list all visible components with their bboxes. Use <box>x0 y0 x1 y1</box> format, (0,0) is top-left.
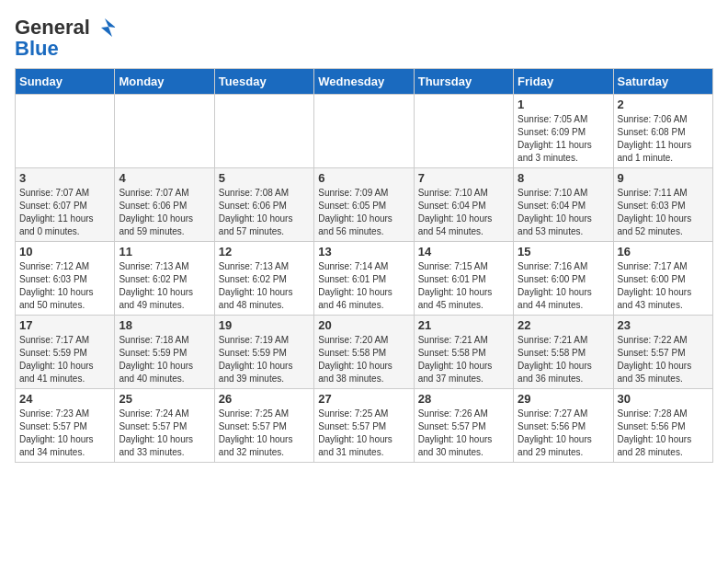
day-info: Sunrise: 7:20 AM Sunset: 5:58 PM Dayligh… <box>318 334 409 385</box>
day-info: Sunrise: 7:06 AM Sunset: 6:08 PM Dayligh… <box>618 113 709 165</box>
day-number: 30 <box>618 392 709 406</box>
day-number: 13 <box>318 245 409 259</box>
day-number: 28 <box>418 392 509 406</box>
calendar-cell: 13Sunrise: 7:14 AM Sunset: 6:01 PM Dayli… <box>314 242 414 316</box>
day-number: 23 <box>618 318 709 332</box>
logo-bird-icon <box>92 15 118 40</box>
day-info: Sunrise: 7:10 AM Sunset: 6:04 PM Dayligh… <box>518 187 609 238</box>
day-info: Sunrise: 7:09 AM Sunset: 6:05 PM Dayligh… <box>318 187 409 238</box>
day-number: 2 <box>618 98 709 111</box>
calendar-cell <box>214 95 313 168</box>
calendar-cell <box>115 95 214 168</box>
day-number: 25 <box>119 392 210 406</box>
day-info: Sunrise: 7:23 AM Sunset: 5:57 PM Dayligh… <box>19 408 110 459</box>
day-number: 4 <box>119 171 210 185</box>
day-info: Sunrise: 7:18 AM Sunset: 5:59 PM Dayligh… <box>119 334 210 385</box>
weekday-header: Monday <box>115 69 214 95</box>
day-number: 6 <box>318 171 409 185</box>
calendar-cell: 21Sunrise: 7:21 AM Sunset: 5:58 PM Dayli… <box>414 316 513 389</box>
day-number: 26 <box>219 392 310 406</box>
day-info: Sunrise: 7:13 AM Sunset: 6:02 PM Dayligh… <box>119 260 210 312</box>
calendar-cell: 1Sunrise: 7:05 AM Sunset: 6:09 PM Daylig… <box>514 95 613 168</box>
calendar-header-row: SundayMondayTuesdayWednesdayThursdayFrid… <box>16 69 713 95</box>
day-number: 16 <box>618 245 709 259</box>
day-info: Sunrise: 7:07 AM Sunset: 6:06 PM Dayligh… <box>119 187 210 238</box>
day-info: Sunrise: 7:15 AM Sunset: 6:01 PM Dayligh… <box>418 260 509 312</box>
weekday-header: Wednesday <box>314 69 414 95</box>
calendar-cell: 28Sunrise: 7:26 AM Sunset: 5:57 PM Dayli… <box>414 389 513 463</box>
calendar-cell: 11Sunrise: 7:13 AM Sunset: 6:02 PM Dayli… <box>115 242 214 316</box>
calendar-cell: 12Sunrise: 7:13 AM Sunset: 6:02 PM Dayli… <box>214 242 313 316</box>
weekday-header: Thursday <box>414 69 513 95</box>
calendar-cell: 2Sunrise: 7:06 AM Sunset: 6:08 PM Daylig… <box>613 95 712 168</box>
calendar-cell: 16Sunrise: 7:17 AM Sunset: 6:00 PM Dayli… <box>613 242 712 316</box>
day-info: Sunrise: 7:17 AM Sunset: 5:59 PM Dayligh… <box>19 334 110 385</box>
day-number: 24 <box>19 392 110 406</box>
calendar-cell: 20Sunrise: 7:20 AM Sunset: 5:58 PM Dayli… <box>314 316 414 389</box>
day-number: 12 <box>219 245 310 259</box>
svg-marker-0 <box>101 18 116 37</box>
day-number: 1 <box>518 98 609 111</box>
calendar-week-row: 24Sunrise: 7:23 AM Sunset: 5:57 PM Dayli… <box>16 389 713 463</box>
day-info: Sunrise: 7:21 AM Sunset: 5:58 PM Dayligh… <box>518 334 609 385</box>
day-number: 15 <box>518 245 609 259</box>
weekday-header: Friday <box>514 69 613 95</box>
day-number: 9 <box>618 171 709 185</box>
calendar-cell: 19Sunrise: 7:19 AM Sunset: 5:59 PM Dayli… <box>214 316 313 389</box>
day-info: Sunrise: 7:17 AM Sunset: 6:00 PM Dayligh… <box>618 260 709 312</box>
day-number: 11 <box>119 245 210 259</box>
day-info: Sunrise: 7:26 AM Sunset: 5:57 PM Dayligh… <box>418 408 509 459</box>
day-info: Sunrise: 7:16 AM Sunset: 6:00 PM Dayligh… <box>518 260 609 312</box>
day-number: 27 <box>318 392 409 406</box>
calendar-cell: 18Sunrise: 7:18 AM Sunset: 5:59 PM Dayli… <box>115 316 214 389</box>
day-number: 20 <box>318 318 409 332</box>
day-info: Sunrise: 7:22 AM Sunset: 5:57 PM Dayligh… <box>618 334 709 385</box>
calendar-cell: 8Sunrise: 7:10 AM Sunset: 6:04 PM Daylig… <box>514 168 613 242</box>
day-info: Sunrise: 7:28 AM Sunset: 5:56 PM Dayligh… <box>618 408 709 459</box>
calendar-week-row: 17Sunrise: 7:17 AM Sunset: 5:59 PM Dayli… <box>16 316 713 389</box>
calendar-cell: 15Sunrise: 7:16 AM Sunset: 6:00 PM Dayli… <box>514 242 613 316</box>
calendar-cell: 3Sunrise: 7:07 AM Sunset: 6:07 PM Daylig… <box>16 168 115 242</box>
calendar-cell: 22Sunrise: 7:21 AM Sunset: 5:58 PM Dayli… <box>514 316 613 389</box>
day-info: Sunrise: 7:05 AM Sunset: 6:09 PM Dayligh… <box>518 113 609 165</box>
day-number: 22 <box>518 318 609 332</box>
day-info: Sunrise: 7:25 AM Sunset: 5:57 PM Dayligh… <box>219 408 310 459</box>
day-number: 3 <box>19 171 110 185</box>
day-number: 7 <box>418 171 509 185</box>
day-number: 8 <box>518 171 609 185</box>
calendar-cell: 29Sunrise: 7:27 AM Sunset: 5:56 PM Dayli… <box>514 389 613 463</box>
day-number: 10 <box>19 245 110 259</box>
calendar-cell: 14Sunrise: 7:15 AM Sunset: 6:01 PM Dayli… <box>414 242 513 316</box>
calendar-cell <box>314 95 414 168</box>
calendar-cell: 17Sunrise: 7:17 AM Sunset: 5:59 PM Dayli… <box>16 316 115 389</box>
calendar-table: SundayMondayTuesdayWednesdayThursdayFrid… <box>15 68 713 463</box>
day-info: Sunrise: 7:10 AM Sunset: 6:04 PM Dayligh… <box>418 187 509 238</box>
day-info: Sunrise: 7:08 AM Sunset: 6:06 PM Dayligh… <box>219 187 310 238</box>
day-info: Sunrise: 7:21 AM Sunset: 5:58 PM Dayligh… <box>418 334 509 385</box>
calendar-cell: 26Sunrise: 7:25 AM Sunset: 5:57 PM Dayli… <box>214 389 313 463</box>
calendar-cell: 9Sunrise: 7:11 AM Sunset: 6:03 PM Daylig… <box>613 168 712 242</box>
calendar-cell: 30Sunrise: 7:28 AM Sunset: 5:56 PM Dayli… <box>613 389 712 463</box>
day-number: 29 <box>518 392 609 406</box>
day-info: Sunrise: 7:25 AM Sunset: 5:57 PM Dayligh… <box>318 408 409 459</box>
page-header: General Blue <box>15 15 713 61</box>
calendar-cell: 25Sunrise: 7:24 AM Sunset: 5:57 PM Dayli… <box>115 389 214 463</box>
day-info: Sunrise: 7:12 AM Sunset: 6:03 PM Dayligh… <box>19 260 110 312</box>
day-number: 5 <box>219 171 310 185</box>
day-info: Sunrise: 7:24 AM Sunset: 5:57 PM Dayligh… <box>119 408 210 459</box>
day-info: Sunrise: 7:14 AM Sunset: 6:01 PM Dayligh… <box>318 260 409 312</box>
day-info: Sunrise: 7:27 AM Sunset: 5:56 PM Dayligh… <box>518 408 609 459</box>
calendar-cell <box>16 95 115 168</box>
calendar-cell: 24Sunrise: 7:23 AM Sunset: 5:57 PM Dayli… <box>16 389 115 463</box>
calendar-cell: 4Sunrise: 7:07 AM Sunset: 6:06 PM Daylig… <box>115 168 214 242</box>
day-number: 17 <box>19 318 110 332</box>
day-info: Sunrise: 7:11 AM Sunset: 6:03 PM Dayligh… <box>618 187 709 238</box>
calendar-cell: 10Sunrise: 7:12 AM Sunset: 6:03 PM Dayli… <box>16 242 115 316</box>
day-info: Sunrise: 7:13 AM Sunset: 6:02 PM Dayligh… <box>219 260 310 312</box>
calendar-week-row: 1Sunrise: 7:05 AM Sunset: 6:09 PM Daylig… <box>16 95 713 168</box>
calendar-week-row: 3Sunrise: 7:07 AM Sunset: 6:07 PM Daylig… <box>16 168 713 242</box>
day-number: 14 <box>418 245 509 259</box>
day-info: Sunrise: 7:07 AM Sunset: 6:07 PM Dayligh… <box>19 187 110 238</box>
calendar-cell: 6Sunrise: 7:09 AM Sunset: 6:05 PM Daylig… <box>314 168 414 242</box>
calendar-cell: 7Sunrise: 7:10 AM Sunset: 6:04 PM Daylig… <box>414 168 513 242</box>
